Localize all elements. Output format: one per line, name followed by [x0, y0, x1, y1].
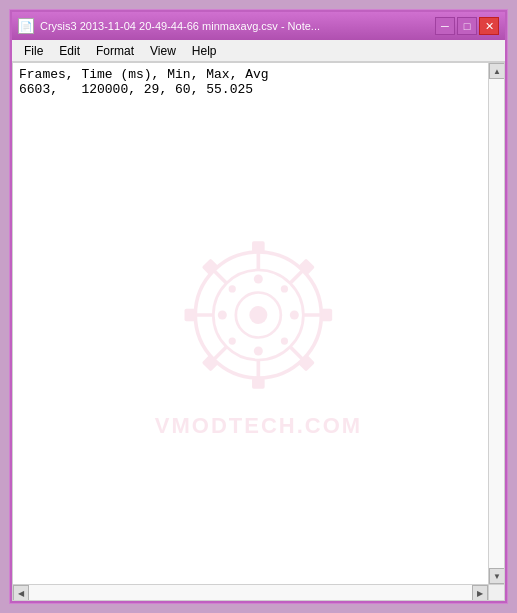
vertical-scrollbar[interactable]: ▲ ▼ [488, 63, 504, 584]
notepad-window: 📄 Crysis3 2013-11-04 20-49-44-66 minmaxa… [10, 10, 507, 603]
menu-help[interactable]: Help [184, 40, 225, 61]
title-buttons: ─ □ ✕ [435, 17, 499, 35]
title-bar-left: 📄 Crysis3 2013-11-04 20-49-44-66 minmaxa… [18, 18, 320, 34]
title-bar: 📄 Crysis3 2013-11-04 20-49-44-66 minmaxa… [12, 12, 505, 40]
menu-format[interactable]: Format [88, 40, 142, 61]
close-button[interactable]: ✕ [479, 17, 499, 35]
window-title: Crysis3 2013-11-04 20-49-44-66 minmaxavg… [40, 20, 320, 32]
window-icon: 📄 [18, 18, 34, 34]
text-line2: 6603, 120000, 29, 60, 55.025 [19, 82, 253, 97]
content-area: Frames, Time (ms), Min, Max, Avg 6603, 1… [12, 62, 505, 601]
maximize-button[interactable]: □ [457, 17, 477, 35]
minimize-button[interactable]: ─ [435, 17, 455, 35]
menu-edit[interactable]: Edit [51, 40, 88, 61]
scroll-track-v[interactable] [489, 79, 504, 568]
text-editor[interactable]: Frames, Time (ms), Min, Max, Avg 6603, 1… [13, 63, 504, 600]
scroll-right-button[interactable]: ▶ [472, 585, 488, 601]
scroll-up-button[interactable]: ▲ [489, 63, 505, 79]
text-line1: Frames, Time (ms), Min, Max, Avg [19, 67, 269, 82]
scroll-track-h[interactable] [29, 585, 472, 600]
scroll-left-button[interactable]: ◀ [13, 585, 29, 601]
menu-file[interactable]: File [16, 40, 51, 61]
scrollbar-corner [488, 584, 504, 600]
menu-bar: File Edit Format View Help [12, 40, 505, 62]
scroll-down-button[interactable]: ▼ [489, 568, 505, 584]
horizontal-scrollbar[interactable]: ◀ ▶ [13, 584, 488, 600]
menu-view[interactable]: View [142, 40, 184, 61]
